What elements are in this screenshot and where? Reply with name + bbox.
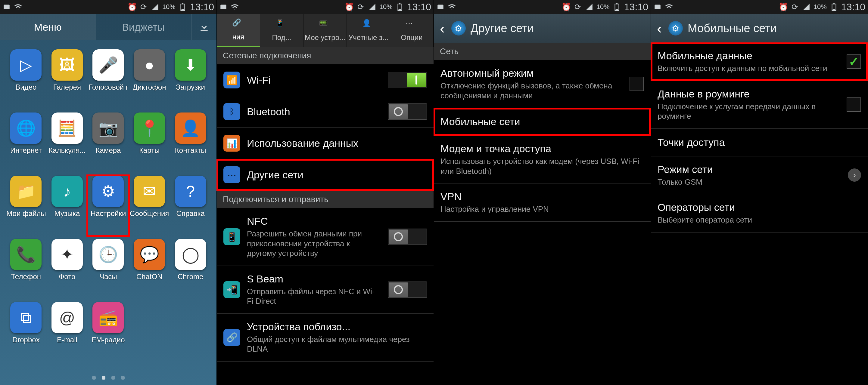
app-icon: @ (52, 302, 83, 333)
alarm-icon: ⏰ (562, 3, 570, 11)
mobile-row[interactable]: Режим сетиТолько GSM› (651, 156, 868, 195)
app-загрузки[interactable]: ⬇Загрузки (170, 49, 211, 109)
checkbox[interactable] (847, 55, 861, 69)
app-камера[interactable]: 📷Камера (88, 112, 129, 173)
settings-row[interactable]: 📊Использование данных (217, 128, 434, 159)
app-icon: ⧉ (10, 302, 41, 333)
network-row[interactable]: Мобильные сети (434, 108, 651, 136)
signal-icon (151, 3, 159, 11)
battery-percent: 10% (813, 3, 827, 11)
toggle-switch[interactable] (388, 103, 427, 120)
app-label: Chrome (178, 273, 203, 281)
toggle-switch[interactable] (388, 72, 427, 88)
settings-row[interactable]: ᛒBluetooth (217, 96, 434, 128)
app-галерея[interactable]: 🖼Галерея (46, 49, 88, 109)
app-label: Телефон (11, 273, 41, 281)
mobile-row[interactable]: Данные в роумингеПодключение к услугам п… (651, 81, 868, 129)
checkbox[interactable] (629, 77, 644, 91)
back-button[interactable]: ‹ (655, 20, 663, 37)
app-icon: 📷 (92, 112, 124, 144)
settings-tab-4[interactable]: ⋯Опции (390, 14, 434, 47)
page-title: Другие сети (471, 22, 534, 35)
battery-icon (179, 3, 187, 11)
settings-row[interactable]: 📱NFCРазрешить обмен данными при прикосно… (217, 208, 434, 266)
app-справка[interactable]: ?Справка (170, 176, 211, 236)
app-сообщения[interactable]: ✉Сообщения (129, 176, 170, 236)
app-fm-радио[interactable]: 📻FM-радио (88, 302, 129, 362)
app-диктофон[interactable]: ●Диктофон (129, 49, 170, 109)
download-button[interactable] (191, 14, 216, 40)
page-title: Мобильные сети (688, 22, 777, 35)
toggle-switch[interactable] (388, 229, 427, 245)
app-карты[interactable]: 📍Карты (129, 112, 170, 173)
section-connect-share: Подключиться и отправить (217, 191, 434, 208)
mobile-row[interactable]: Точки доступа (651, 129, 868, 156)
toggle-switch[interactable] (388, 282, 427, 298)
app-калькуля...[interactable]: 🧮Калькуля... (46, 112, 88, 173)
settings-row[interactable]: ⋯Другие сети (217, 159, 434, 191)
app-видео[interactable]: ▷Видео (5, 49, 46, 109)
settings-tab-1[interactable]: 📱Под... (260, 14, 304, 47)
settings-row[interactable]: 📶Wi-Fi (217, 64, 434, 96)
row-text: Операторы сетиВыберите оператора сети (657, 202, 861, 225)
app-часы[interactable]: 🕒Часы (88, 239, 129, 299)
row-title: Мобильные сети (440, 116, 644, 128)
app-настройки[interactable]: ⚙Настройки (88, 176, 129, 236)
row-subtitle: Отправить файлы через NFC и Wi-Fi Direct (247, 287, 381, 306)
app-label: Загрузки (176, 83, 205, 92)
row-text: Использование данных (247, 137, 427, 149)
row-subtitle: Разрешить обмен данными при прикосновени… (247, 229, 381, 258)
app-chaton[interactable]: 💬ChatON (129, 239, 170, 299)
battery-icon (613, 3, 621, 11)
battery-percent: 10% (379, 3, 393, 11)
app-icon: 📍 (134, 112, 165, 144)
tab-widgets[interactable]: Виджеты (96, 14, 191, 40)
row-text: Wi-Fi (247, 74, 381, 86)
mobile-row[interactable]: Операторы сетиВыберите оператора сети (651, 194, 868, 233)
app-фото[interactable]: ✦Фото (46, 239, 88, 299)
app-label: Музыка (54, 209, 80, 218)
svg-rect-12 (654, 4, 660, 9)
app-grid: ▷Видео🖼Галерея🎤Голосовой поиск●Диктофон⬇… (0, 40, 216, 385)
app-мои файлы[interactable]: 📁Мои файлы (5, 176, 46, 236)
app-icon: 🌐 (10, 112, 41, 144)
app-icon: ? (175, 176, 206, 207)
app-dropbox[interactable]: ⧉Dropbox (5, 302, 46, 362)
network-row[interactable]: VPNНастройка и управление VPN (434, 183, 651, 222)
row-text: Точки доступа (657, 137, 861, 148)
mobile-row[interactable]: Мобильные данныеВключить доступ к данным… (651, 43, 868, 81)
tab-menu[interactable]: Меню (0, 14, 96, 40)
row-icon: ⋯ (223, 166, 240, 183)
sync-icon: ⟳ (140, 3, 148, 11)
settings-tab-3[interactable]: 👤Учетные з... (347, 14, 390, 47)
app-телефон[interactable]: 📞Телефон (5, 239, 46, 299)
row-title: Wi-Fi (247, 74, 381, 86)
app-контакты[interactable]: 👤Контакты (170, 112, 211, 173)
row-title: Данные в роуминге (657, 88, 840, 100)
app-e-mail[interactable]: @E-mail (46, 302, 88, 362)
notification-icon (653, 3, 662, 11)
app-интернет[interactable]: 🌐Интернет (5, 112, 46, 173)
settings-tab-0[interactable]: 🔗ния (217, 14, 260, 47)
settings-tab-2[interactable]: 📟Мое устро... (304, 14, 347, 47)
app-label: Интернет (10, 146, 42, 154)
settings-row[interactable]: 🔗Устройства поблизо...Общий доступ к фай… (217, 314, 434, 361)
app-label: Диктофон (133, 83, 166, 92)
settings-tab-label: Учетные з... (348, 33, 389, 42)
app-icon: 🖼 (52, 49, 83, 81)
row-title: Использование данных (247, 137, 427, 149)
app-chrome[interactable]: ◯Chrome (170, 239, 211, 299)
app-label: Часы (99, 273, 117, 281)
app-label: E-mail (57, 336, 78, 344)
app-музыка[interactable]: ♪Музыка (46, 176, 88, 236)
network-row[interactable]: Модем и точка доступаИспользовать устрой… (434, 136, 651, 183)
back-button[interactable]: ‹ (438, 20, 446, 37)
network-row[interactable]: Автономный режимОтключение функций вызов… (434, 60, 651, 108)
app-icon: ✦ (52, 239, 83, 270)
app-label: Галерея (53, 83, 81, 92)
status-bar: ⏰ ⟳ 10% 13:10 (434, 0, 651, 14)
checkbox[interactable] (847, 98, 861, 112)
app-голосовой поиск[interactable]: 🎤Голосовой поиск (88, 49, 129, 109)
svg-rect-6 (399, 3, 400, 4)
settings-row[interactable]: 📲S BeamОтправить файлы через NFC и Wi-Fi… (217, 266, 434, 314)
